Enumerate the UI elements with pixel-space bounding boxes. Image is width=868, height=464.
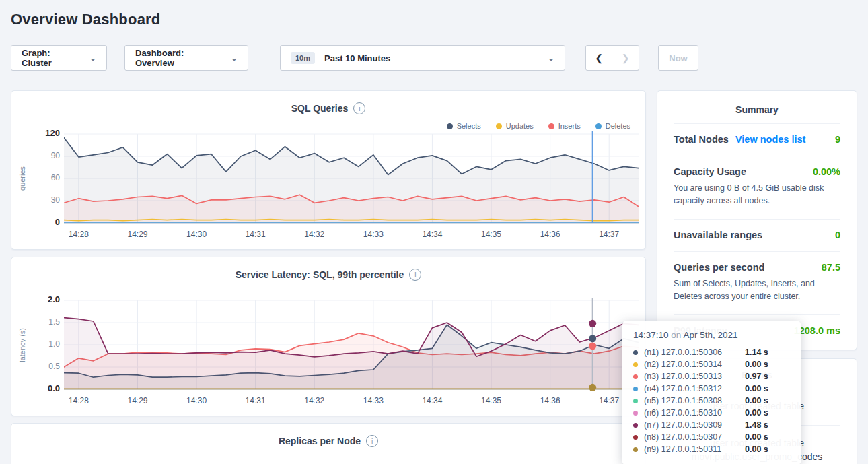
legend-item-selects[interactable]: Selects [447,122,481,130]
unavailable-ranges-label: Unavailable ranges [674,230,762,240]
y-axis-ticks: 120 90 60 30 0 [32,131,60,226]
chart-title-row: SQL Queries i [11,91,645,114]
x-tick: 14:29 [127,230,147,239]
inserts-dot [548,123,554,129]
dashboard-dropdown[interactable]: Dashboard: Overview ⌄ [124,45,248,71]
charts-column: SQL Queries i Selects Updates Inserts [11,90,646,464]
tooltip-timestamp: 14:37:10 on Apr 5th, 2021 [633,330,790,340]
node-color-dot [633,387,638,391]
legend-item-updates[interactable]: Updates [496,122,534,130]
y-tick: 1.5 [48,317,60,327]
x-tick: 14:30 [186,396,207,405]
page-title: Overview Dashboard [11,11,857,28]
y-tick: 0.0 [48,384,60,393]
replicas-per-node-title: Replicas per Node [279,436,361,446]
node-color-dot [633,423,638,428]
y-tick: 1.0 [48,339,60,349]
node-color-dot [633,411,638,416]
total-nodes-label: Total Nodes [674,134,729,145]
x-tick: 14:34 [422,230,442,239]
legend-label: Deletes [606,122,630,130]
x-tick: 14:36 [540,230,560,239]
y-tick: 90 [51,151,60,160]
x-tick: 14:33 [363,230,384,239]
x-tick: 14:31 [246,230,266,239]
x-tick: 14:34 [422,396,442,405]
tooltip-row-n7: (n7) 127.0.0.1:50309 1.48 s [633,419,790,431]
y-tick: 120 [45,129,60,138]
capacity-usage-desc: You are using 0 B of 4.5 GiB usable disk… [674,182,840,208]
chart-title-row: Replicas per Node i [11,424,645,447]
info-icon[interactable]: i [366,435,378,447]
chevron-down-icon: ⌄ [231,54,238,62]
x-tick: 14:35 [481,230,501,239]
sql-queries-legend: Selects Updates Inserts Deletes [447,122,630,130]
graph-dropdown-label: Graph: Cluster [22,48,83,68]
capacity-usage-row: Capacity Usage 0.00% You are using 0 B o… [674,156,840,219]
updates-dot [496,123,502,129]
now-button[interactable]: Now [658,45,698,71]
total-nodes-value: 9 [835,134,840,145]
legend-item-inserts[interactable]: Inserts [548,122,581,130]
tooltip-row-n2: (n2) 127.0.0.1:50314 0.00 s [633,358,790,370]
p99-latency-value: 1208.0 ms [794,325,840,336]
tooltip-row-n8: (n8) 127.0.0.1:50307 0.00 s [633,431,790,443]
queries-per-second-label: Queries per second [674,262,764,273]
y-axis-title: queries [18,131,26,226]
time-step-arrows: ❮ ❯ [585,45,639,71]
replicas-per-node-chart-card: Replicas per Node i [11,423,646,464]
y-tick: 30 [51,195,60,205]
y-tick: 0 [55,218,60,227]
x-tick: 14:37 [599,230,619,239]
service-latency-title: Service Latency: SQL, 99th percentile [236,269,404,280]
x-tick: 14:35 [481,396,501,405]
x-tick: 14:28 [69,230,89,239]
x-tick: 14:32 [304,396,324,405]
service-latency-svg [64,298,639,392]
queries-per-second-desc: Sum of Selects, Updates, Inserts, and De… [674,277,840,304]
service-latency-plot[interactable]: 14:28 14:29 14:30 14:31 14:32 14:33 14:3… [64,298,639,408]
node-color-dot [633,447,638,452]
legend-label: Selects [457,122,481,130]
summary-title: Summary [674,104,840,123]
total-nodes-row: Total Nodes View nodes list 9 [674,123,840,156]
capacity-usage-value: 0.00% [813,166,840,177]
x-tick: 14:37 [599,396,619,405]
info-icon[interactable]: i [409,269,421,281]
unavailable-ranges-value: 0 [835,230,840,240]
time-range-label: Past 10 Minutes [324,53,390,63]
next-range-button[interactable]: ❯ [612,45,639,71]
sql-queries-chart-card: SQL Queries i Selects Updates Inserts [11,90,646,250]
info-icon[interactable]: i [353,102,365,114]
graph-dropdown[interactable]: Graph: Cluster ⌄ [11,45,107,71]
time-range-dropdown[interactable]: 10m Past 10 Minutes ⌄ [280,45,565,71]
prev-range-button[interactable]: ❮ [585,45,612,71]
summary-panel: Summary Total Nodes View nodes list 9 Ca… [657,90,857,350]
tooltip-row-n9: (n9) 127.0.0.1:50311 0.00 s [633,443,790,455]
x-tick: 14:32 [304,230,324,239]
x-tick: 14:30 [186,230,207,239]
queries-per-second-value: 87.5 [822,262,840,273]
view-nodes-list-link[interactable]: View nodes list [735,134,806,145]
toolbar-divider [264,44,264,71]
node-color-dot [633,374,638,379]
x-tick: 14:28 [69,396,89,405]
toolbar: Graph: Cluster ⌄ Dashboard: Overview ⌄ 1… [11,44,857,71]
legend-item-deletes[interactable]: Deletes [595,122,630,130]
unavailable-ranges-row: Unavailable ranges 0 [674,219,840,251]
x-tick: 14:36 [540,396,560,405]
deletes-dot [595,123,602,129]
capacity-usage-label: Capacity Usage [674,166,746,177]
x-tick: 14:33 [363,396,384,405]
chevron-down-icon: ⌄ [89,54,96,62]
chart-title-row: Service Latency: SQL, 99th percentile i [11,257,645,281]
sql-queries-plot[interactable]: 14:28 14:29 14:30 14:31 14:32 14:33 14:3… [64,131,639,242]
node-color-dot [633,399,638,403]
service-latency-chart-card: Service Latency: SQL, 99th percentile i … [11,257,646,416]
y-tick: 0.5 [48,362,60,371]
y-axis-title: latency (s) [18,298,26,392]
tooltip-row-n6: (n6) 127.0.0.1:50310 0.00 s [633,407,790,419]
x-tick: 14:31 [246,396,266,405]
x-tick: 14:29 [127,396,147,405]
legend-label: Inserts [558,122,581,130]
